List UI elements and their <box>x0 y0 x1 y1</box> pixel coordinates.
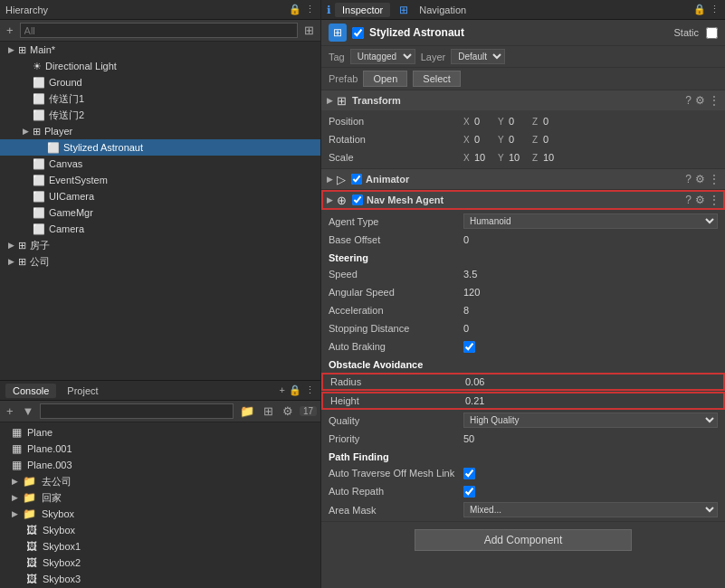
file-item-2[interactable]: ▦Plane.003 <box>2 457 319 473</box>
add-component-row: Add Component <box>321 522 725 558</box>
area-mask-label: Area Mask <box>329 505 460 516</box>
radius-row: Radius 0.06 <box>321 373 725 391</box>
hierarchy-lock-icon[interactable]: 🔒 <box>289 4 301 15</box>
navmesh-help-icon[interactable]: ? <box>685 194 692 206</box>
speed-row: Speed 3.5 <box>321 265 725 283</box>
navmesh-menu-icon[interactable]: ⋮ <box>709 194 720 206</box>
navmesh-active-checkbox[interactable] <box>352 194 363 205</box>
animator-settings-icon[interactable]: ⚙ <box>695 173 705 185</box>
transform-help-icon[interactable]: ? <box>685 94 692 107</box>
hierarchy-item-eventsys[interactable]: ⬜EventSystem <box>0 172 320 188</box>
console-menu-icon[interactable]: ⋮ <box>305 384 315 396</box>
auto-traverse-label: Auto Traverse Off Mesh Link <box>329 468 460 479</box>
file-item-3[interactable]: ▶📁去公司 <box>2 473 319 489</box>
file-item-4[interactable]: ▶📁回家 <box>2 489 319 506</box>
inspector-icon: ℹ <box>327 4 331 16</box>
file-item-1[interactable]: ▦Plane.001 <box>2 441 319 457</box>
file-icon-9: 🖼 <box>26 573 37 585</box>
auto-traverse-checkbox[interactable] <box>463 468 475 479</box>
rot-x-val: 0 <box>474 134 492 145</box>
console-lock-icon[interactable]: 🔒 <box>289 384 301 396</box>
hierarchy-search-input[interactable] <box>20 23 298 38</box>
height-label: Height <box>330 395 462 406</box>
auto-repath-checkbox[interactable] <box>463 486 475 498</box>
rot-z-val: 0 <box>543 134 561 145</box>
tree-label-eventsys: EventSystem <box>49 175 108 185</box>
file-item-9[interactable]: 🖼Skybox3 <box>2 571 319 587</box>
console-add-btn[interactable]: + <box>4 404 16 418</box>
file-icon-3: 📁 <box>23 475 36 488</box>
inspector-tab[interactable]: Inspector <box>335 3 390 17</box>
agent-type-select[interactable]: Humanoid <box>463 213 718 229</box>
layer-label: Layer <box>421 52 446 62</box>
hierarchy-item-canvas[interactable]: ⬜Canvas <box>0 156 320 172</box>
auto-traverse-row: Auto Traverse Off Mesh Link <box>321 464 725 482</box>
file-label-7: Skybox1 <box>43 541 81 552</box>
file-item-5[interactable]: ▶📁Skybox <box>2 506 319 522</box>
file-item-7[interactable]: 🖼Skybox1 <box>2 538 319 555</box>
inspector-menu-icon[interactable]: ⋮ <box>710 4 720 15</box>
hierarchy-item-main[interactable]: ▶⊞Main* <box>0 42 320 58</box>
animator-help-icon[interactable]: ? <box>685 173 692 185</box>
quality-select[interactable]: High Quality <box>463 413 718 428</box>
navmesh-header[interactable]: ▶ ⊕ Nav Mesh Agent ? ⚙ ⋮ <box>321 190 725 210</box>
hierarchy-item-chuansong1[interactable]: ⬜传送门1 <box>0 90 320 107</box>
hierarchy-item-gamemgr[interactable]: ⬜GameMgr <box>0 204 320 221</box>
scale-y-val: 10 <box>509 152 527 163</box>
area-mask-select[interactable]: Mixed... <box>463 502 718 517</box>
tree-icon-chuansong1: ⬜ <box>33 93 45 105</box>
hierarchy-right-button[interactable]: ⊞ <box>301 24 317 37</box>
hierarchy-item-fangzi[interactable]: ▶⊞房子 <box>0 237 320 253</box>
navigation-tab[interactable]: Navigation <box>412 3 473 17</box>
console-copy-btn[interactable]: ⊞ <box>261 404 276 418</box>
prefab-open-button[interactable]: Open <box>363 71 407 87</box>
prefab-select-button[interactable]: Select <box>413 71 461 87</box>
file-item-8[interactable]: 🖼Skybox2 <box>2 555 319 571</box>
hierarchy-item-chuansong2[interactable]: ⬜传送门2 <box>0 107 320 123</box>
layer-select[interactable]: Default <box>451 49 505 64</box>
inspector-lock-icon[interactable]: 🔒 <box>693 4 706 15</box>
file-item-6[interactable]: 🖼Skybox <box>2 522 319 538</box>
animator-active-checkbox[interactable] <box>351 174 362 185</box>
tag-select[interactable]: Untagged <box>350 49 415 64</box>
animator-header[interactable]: ▶ ▷ Animator ? ⚙ ⋮ <box>321 169 725 189</box>
hierarchy-add-button[interactable]: + <box>4 24 16 37</box>
quality-label: Quality <box>329 415 460 426</box>
transform-arrow-icon: ▶ <box>327 96 333 105</box>
auto-braking-checkbox[interactable] <box>463 341 475 353</box>
add-component-button[interactable]: Add Component <box>415 529 632 551</box>
scale-x-label: X <box>463 153 472 163</box>
console-header: Console Project + 🔒 ⋮ <box>0 381 320 401</box>
hierarchy-item-uicamera[interactable]: ⬜UICamera <box>0 188 320 204</box>
go-active-checkbox[interactable] <box>352 27 364 39</box>
console-search-input[interactable] <box>40 403 233 419</box>
animator-menu-icon[interactable]: ⋮ <box>709 173 720 185</box>
hierarchy-item-ground[interactable]: ⬜Ground <box>0 74 320 90</box>
file-item-0[interactable]: ▦Plane <box>2 424 319 441</box>
tag-label: Tag <box>329 52 345 62</box>
console-settings-btn[interactable]: ⚙ <box>280 404 296 418</box>
scale-z-label: Z <box>532 153 541 163</box>
console-folder-btn[interactable]: 📁 <box>237 404 257 418</box>
height-value: 0.21 <box>465 395 716 406</box>
hierarchy-item-player[interactable]: ▶⊞Player <box>0 123 320 139</box>
hierarchy-menu-icon[interactable]: ⋮ <box>305 4 315 15</box>
console-tab[interactable]: Console <box>5 384 56 398</box>
go-icon: ⊞ <box>329 24 347 42</box>
transform-header[interactable]: ▶ ⊞ Transform ? ⚙ ⋮ <box>321 90 725 110</box>
tree-icon-ground: ⬜ <box>33 77 45 89</box>
transform-menu-icon[interactable]: ⋮ <box>709 94 720 107</box>
navmesh-body: Agent Type Humanoid Base Offset 0 Steeri… <box>321 210 725 521</box>
hierarchy-item-gongsi[interactable]: ▶⊞公司 <box>0 253 320 270</box>
transform-settings-icon[interactable]: ⚙ <box>695 94 705 107</box>
go-static-checkbox[interactable] <box>706 27 718 39</box>
project-tab[interactable]: Project <box>60 384 105 398</box>
hierarchy-item-camera[interactable]: ⬜Camera <box>0 221 320 237</box>
tree-label-chuansong1: 传送门1 <box>49 92 84 106</box>
console-search-btn[interactable]: ▼ <box>20 404 37 418</box>
hierarchy-item-dirlight[interactable]: ☀Directional Light <box>0 58 320 74</box>
hierarchy-item-astronaut[interactable]: ⬜Stylized Astronaut <box>0 139 320 156</box>
navmesh-icon: ⊕ <box>337 194 347 207</box>
navmesh-settings-icon[interactable]: ⚙ <box>695 194 705 206</box>
console-add-icon[interactable]: + <box>280 384 285 396</box>
